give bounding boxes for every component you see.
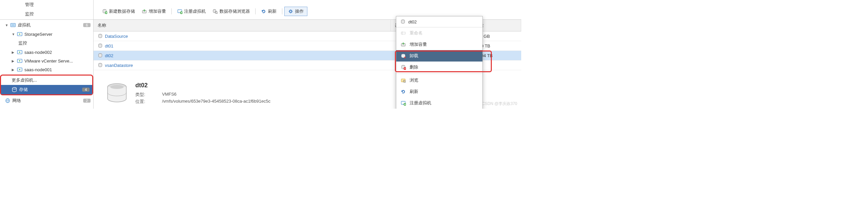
svg-point-32 [110, 85, 124, 89]
separator [255, 8, 256, 14]
sidebar-item-vm[interactable]: ▼ 虚拟机 6 [0, 21, 93, 30]
vm-on-icon [17, 67, 22, 72]
sidebar-item-saas001[interactable]: ▶ saas-node001 [0, 65, 93, 74]
vm-on-icon [17, 50, 22, 55]
ctx-browse[interactable]: 浏览 [396, 74, 483, 86]
refresh-icon [400, 89, 406, 95]
detail-info: dt02 类型: VMFS6 位置: /vmfs/volumes/653e79e… [135, 82, 279, 105]
datastore-icon [102, 9, 107, 14]
datastore-icon [98, 63, 103, 68]
sidebar-item-monitor[interactable]: 监控 [0, 38, 93, 48]
watermark: CSDN @李庆政370 [482, 101, 517, 107]
datastore-icon [400, 19, 406, 24]
ctx-register-vm[interactable]: 注册虚拟机 [396, 97, 483, 109]
gear-icon [288, 9, 293, 14]
browser-icon [213, 9, 218, 14]
detail-title: dt02 [135, 82, 279, 89]
detail-value: /vmfs/volumes/653e79e3-45458523-08ca-ac1… [162, 99, 279, 105]
sidebar-item-storage[interactable]: 存储 4 [1, 85, 92, 94]
datastore-icon [98, 43, 103, 49]
svg-point-15 [290, 10, 292, 12]
datastore-icon [98, 33, 103, 39]
chevron-right-icon: ▶ [12, 59, 16, 63]
svg-rect-21 [401, 32, 405, 34]
button-label: 新建数据存储 [109, 8, 135, 14]
datastore-large-icon [105, 82, 129, 105]
detail-value: VMFS6 [162, 92, 279, 98]
unmount-icon [400, 53, 406, 59]
sidebar-item-label: 网络 [12, 98, 83, 104]
count-badge: 4 [82, 88, 90, 92]
delete-icon [400, 64, 406, 70]
sidebar-item-more-vm[interactable]: 更多虚拟机... [1, 75, 92, 85]
sidebar-item-saas002[interactable]: ▶ saas-node002 [0, 48, 93, 57]
datastore-browser-button[interactable]: 数据存储浏览器 [209, 7, 253, 16]
sidebar-item-label: saas-node001 [24, 67, 91, 72]
sidebar-item-label: 管理 [25, 2, 91, 8]
actions-button[interactable]: 操作 [284, 7, 307, 16]
cell-name[interactable]: vsanDatastore [94, 61, 391, 70]
main-panel: 新建数据存储 增加容量 注册虚拟机 数据存储浏览器 刷新 [94, 0, 521, 109]
separator [172, 8, 172, 14]
cell-name[interactable]: DataSource [94, 31, 391, 41]
sidebar-item-label: StorageServer [24, 32, 91, 37]
increase-icon [142, 9, 147, 14]
ctx-delete[interactable]: 删除 [396, 62, 483, 73]
network-icon [5, 98, 10, 103]
register-vm-icon [400, 100, 406, 106]
detail-row-type: 类型: VMFS6 [135, 92, 279, 98]
refresh-button[interactable]: 刷新 [257, 7, 280, 16]
sidebar-redbox: 更多虚拟机... 存储 4 [0, 74, 93, 95]
vm-icon [10, 22, 16, 28]
increase-capacity-button[interactable]: 增加容量 [138, 7, 169, 16]
new-datastore-button[interactable]: 新建数据存储 [99, 7, 138, 16]
browse-icon [400, 77, 406, 83]
register-vm-button[interactable]: 注册虚拟机 [174, 7, 209, 16]
sidebar-item-label: VMware vCenter Serve... [24, 59, 91, 64]
button-label: 刷新 [268, 8, 277, 14]
increase-icon [400, 41, 406, 48]
button-label: 注册虚拟机 [184, 8, 206, 14]
separator [396, 73, 483, 74]
register-vm-icon [177, 9, 182, 14]
separator [282, 8, 282, 14]
sidebar: 管理 监控 ▼ 虚拟机 6 ▼ StorageServer 监控 ▶ saas-… [0, 0, 94, 109]
ctx-refresh[interactable]: 刷新 [396, 86, 483, 97]
sidebar-item-manage[interactable]: 管理 [0, 0, 93, 9]
sidebar-item-label: 存储 [19, 87, 82, 93]
context-menu-title: dt02 [396, 17, 483, 27]
chevron-down-icon: ▼ [12, 32, 16, 36]
column-name[interactable]: 名称 [94, 20, 391, 31]
sidebar-item-label: saas-node002 [24, 50, 91, 55]
sidebar-item-vcenter[interactable]: ▶ VMware vCenter Serve... [0, 57, 93, 65]
button-label: 数据存储浏览器 [219, 8, 250, 14]
button-label: 操作 [295, 8, 304, 14]
button-label: 增加容量 [149, 8, 166, 14]
chevron-right-icon: ▶ [12, 68, 16, 71]
detail-label: 位置: [135, 99, 155, 105]
vm-on-icon [17, 58, 22, 64]
ctx-increase[interactable]: 增加容量 [396, 39, 483, 50]
sidebar-item-label: 更多虚拟机... [12, 77, 90, 83]
rename-icon [400, 30, 406, 36]
count-badge: 2 [83, 99, 91, 103]
context-menu: dt02 重命名 增加容量 卸载 删除 浏览 [396, 16, 483, 109]
datastore-icon [98, 53, 103, 58]
sidebar-item-label: 虚拟机 [18, 22, 83, 28]
ctx-unmount[interactable]: 卸载 [396, 50, 483, 62]
sidebar-item-label: 监控 [25, 11, 91, 17]
sidebar-item-label: 监控 [19, 40, 91, 46]
sidebar-item-network[interactable]: 网络 2 [0, 96, 93, 105]
cell-name[interactable]: dt02 [94, 51, 391, 60]
svg-rect-1 [11, 24, 15, 26]
ctx-rename: 重命名 [396, 27, 483, 39]
storage-icon [12, 87, 17, 92]
sidebar-item-monitor-top[interactable]: 监控 [0, 9, 93, 19]
cell-name[interactable]: dt01 [94, 41, 391, 51]
sidebar-item-storageserver[interactable]: ▼ StorageServer [0, 30, 93, 38]
detail-row-location: 位置: /vmfs/volumes/653e79e3-45458523-08ca… [135, 99, 279, 105]
svg-point-6 [12, 88, 17, 89]
chevron-down-icon: ▼ [5, 23, 9, 27]
count-badge: 6 [83, 23, 91, 27]
detail-label: 类型: [135, 92, 155, 98]
